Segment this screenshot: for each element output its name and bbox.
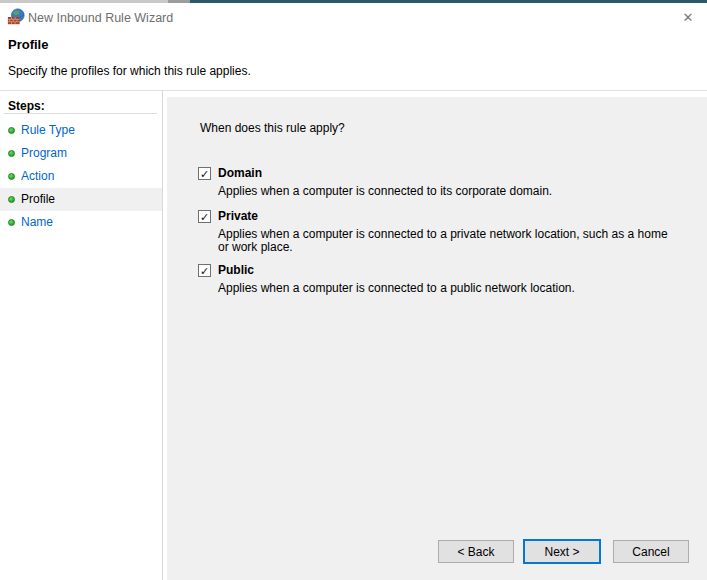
profile-label-public[interactable]: Public xyxy=(218,263,254,277)
step-bullet-icon xyxy=(8,127,15,134)
steps-sidebar: Steps: Rule Type Program Action Profile … xyxy=(0,91,163,580)
window-title: New Inbound Rule Wizard xyxy=(28,11,173,25)
steps-divider xyxy=(4,113,157,114)
profile-desc-private: Applies when a computer is connected to … xyxy=(218,228,688,254)
profile-desc-domain: Applies when a computer is connected to … xyxy=(218,185,688,198)
sidebar-step-rule-type[interactable]: Rule Type xyxy=(0,119,162,142)
checkbox-public[interactable]: ✓ xyxy=(198,264,211,277)
profile-desc-public: Applies when a computer is connected to … xyxy=(218,282,688,295)
sidebar-step-profile[interactable]: Profile xyxy=(0,188,162,211)
checkbox-domain[interactable]: ✓ xyxy=(198,167,211,180)
step-bullet-icon xyxy=(8,219,15,226)
back-button[interactable]: < Back xyxy=(438,540,514,563)
step-label: Program xyxy=(21,142,67,165)
step-label: Name xyxy=(21,211,53,234)
step-label: Profile xyxy=(21,188,55,211)
steps-list: Rule Type Program Action Profile Name xyxy=(0,119,162,234)
step-label: Action xyxy=(21,165,54,188)
next-button[interactable]: Next > xyxy=(523,539,601,564)
title-bar: New Inbound Rule Wizard ✕ xyxy=(0,3,707,33)
page-subtitle: Specify the profiles for which this rule… xyxy=(8,64,251,78)
step-bullet-icon xyxy=(8,196,15,203)
sidebar-step-program[interactable]: Program xyxy=(0,142,162,165)
cancel-button[interactable]: Cancel xyxy=(613,540,689,563)
page-title: Profile xyxy=(8,37,48,52)
checkbox-private[interactable]: ✓ xyxy=(198,210,211,223)
step-bullet-icon xyxy=(8,173,15,180)
profile-label-private[interactable]: Private xyxy=(218,209,258,223)
close-icon[interactable]: ✕ xyxy=(678,8,698,28)
sidebar-step-name[interactable]: Name xyxy=(0,211,162,234)
steps-heading: Steps: xyxy=(8,99,45,113)
profile-label-domain[interactable]: Domain xyxy=(218,166,262,180)
content-panel: When does this rule apply? ✓ Domain Appl… xyxy=(167,97,707,580)
sidebar-step-action[interactable]: Action xyxy=(0,165,162,188)
question-text: When does this rule apply? xyxy=(200,121,345,135)
step-label: Rule Type xyxy=(21,119,75,142)
step-bullet-icon xyxy=(8,150,15,157)
firewall-icon xyxy=(7,8,25,26)
